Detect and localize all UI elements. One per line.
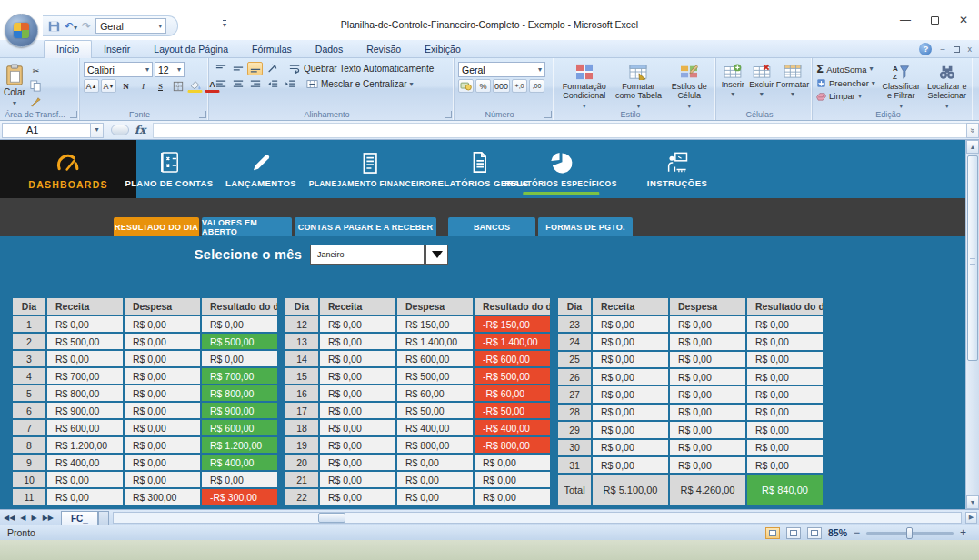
align-middle-button[interactable] (230, 62, 245, 75)
cell-receita[interactable]: R$ 0,00 (320, 403, 395, 418)
cell-despesa[interactable]: R$ 0,00 (670, 422, 745, 437)
cell-resultado[interactable]: R$ 0,00 (475, 472, 550, 487)
horizontal-scrollbar[interactable] (113, 512, 962, 524)
subtab-valores-em-aberto[interactable]: VALORES EM ABERTO (202, 217, 292, 236)
cell-dia[interactable]: 27 (558, 386, 591, 402)
name-box-dropdown-icon[interactable]: ▾ (91, 123, 104, 138)
cell-resultado[interactable]: R$ 1.200,00 (202, 437, 277, 453)
cell-receita[interactable]: R$ 0,00 (593, 386, 668, 402)
cell-dia[interactable]: 24 (558, 334, 591, 349)
page-break-view-button[interactable] (807, 527, 822, 539)
cell-resultado[interactable]: -R$ 800,00 (475, 437, 550, 453)
zoom-slider-thumb[interactable] (906, 527, 913, 539)
subtab-bancos[interactable]: BANCOS (448, 217, 535, 236)
ribbon-tab-início[interactable]: Início (44, 40, 92, 58)
cell-resultado[interactable]: R$ 0,00 (202, 472, 277, 487)
cell-receita[interactable]: R$ 0,00 (593, 316, 668, 332)
subtab-contas-a-pagar-e-a-receber[interactable]: CONTAS A PAGAR E A RECEBER (295, 217, 436, 236)
cell-despesa[interactable]: R$ 0,00 (397, 455, 473, 470)
subtab-resultado-do-dia[interactable]: RESULTADO DO DIA (114, 217, 199, 236)
maximize-button[interactable] (931, 16, 939, 25)
cell-receita[interactable]: R$ 900,00 (47, 403, 123, 418)
cell-dia[interactable]: 4 (13, 368, 45, 384)
cell-receita[interactable]: R$ 0,00 (593, 440, 668, 455)
cell-dia[interactable]: 18 (285, 420, 318, 435)
cell-despesa[interactable]: R$ 50,00 (397, 403, 473, 418)
cell-receita[interactable]: R$ 0,00 (320, 437, 395, 453)
cell-receita[interactable]: R$ 0,00 (320, 489, 395, 505)
cell-receita[interactable]: R$ 5.100,00 (593, 475, 668, 505)
dialog-launcher-icon[interactable] (445, 111, 452, 118)
cell-despesa[interactable]: R$ 0,00 (670, 405, 745, 420)
cell-resultado[interactable]: -R$ 1.400,00 (475, 334, 550, 349)
cell-receita[interactable]: R$ 0,00 (320, 351, 395, 366)
cell-dia[interactable]: 7 (13, 420, 45, 435)
cell-dia[interactable]: 26 (558, 369, 591, 385)
cell-despesa[interactable]: R$ 0,00 (125, 437, 200, 453)
cell-resultado[interactable]: R$ 900,00 (202, 403, 277, 418)
bold-button[interactable]: N (118, 79, 134, 93)
page-layout-view-button[interactable] (786, 527, 801, 539)
cell-despesa[interactable]: R$ 1.400,00 (397, 334, 473, 349)
font-size-dropdown[interactable]: 12▾ (155, 62, 185, 77)
cell-despesa[interactable]: R$ 0,00 (670, 457, 745, 473)
cell-dia[interactable]: 23 (558, 316, 591, 332)
zoom-out-icon[interactable]: − (854, 527, 860, 538)
dialog-launcher-icon[interactable] (70, 111, 77, 118)
workbook-minimize-button[interactable]: – (940, 45, 944, 54)
cell-receita[interactable]: R$ 0,00 (320, 472, 395, 487)
zoom-slider[interactable] (866, 532, 954, 535)
cell-dia[interactable]: 13 (285, 334, 318, 349)
copy-button[interactable] (28, 79, 44, 93)
font-name-dropdown[interactable]: Calibri▾ (84, 62, 153, 77)
cell-resultado[interactable]: -R$ 60,00 (475, 385, 550, 401)
cell-resultado[interactable]: R$ 600,00 (202, 420, 277, 435)
cell-resultado[interactable]: -R$ 50,00 (475, 403, 550, 418)
cell-receita[interactable]: R$ 600,00 (47, 420, 123, 435)
cell-despesa[interactable]: R$ 0,00 (670, 316, 745, 332)
dialog-launcher-icon[interactable] (544, 111, 552, 118)
number-format-dropdown[interactable]: Geral▾ (458, 62, 545, 77)
cell-despesa[interactable]: R$ 0,00 (670, 369, 745, 385)
ribbon-tab-dados[interactable]: Dados (304, 41, 355, 57)
cell-dia[interactable]: 16 (285, 385, 318, 401)
conditional-formatting-button[interactable]: Formatação Condicional▾ (558, 62, 611, 108)
cell-dia[interactable]: 31 (558, 457, 591, 473)
next-sheet-icon[interactable]: ▶ (31, 514, 36, 522)
formula-input[interactable] (153, 123, 966, 138)
cell-despesa[interactable]: R$ 0,00 (125, 316, 200, 332)
nav-item-instruções[interactable]: INSTRUÇÕES (642, 140, 713, 198)
cell-dia[interactable]: 14 (285, 351, 318, 366)
help-icon[interactable]: ? (919, 43, 932, 55)
cell-despesa[interactable]: R$ 0,00 (125, 403, 200, 418)
cell-receita[interactable]: R$ 0,00 (320, 385, 395, 401)
delete-cells-button[interactable]: Excluir▾ (749, 62, 775, 108)
workbook-close-button[interactable]: x (968, 45, 973, 54)
cell-receita[interactable]: R$ 700,00 (47, 368, 123, 384)
cell-despesa[interactable]: R$ 0,00 (670, 334, 745, 349)
cell-receita[interactable]: R$ 0,00 (320, 334, 395, 349)
orientation-button[interactable] (265, 62, 280, 75)
align-bottom-button[interactable] (247, 62, 263, 75)
ribbon-tab-revisão[interactable]: Revisão (355, 41, 413, 57)
minimize-button[interactable]: — (900, 15, 911, 25)
close-button[interactable]: ✕ (959, 15, 968, 25)
format-painter-button[interactable] (28, 95, 44, 108)
dialog-launcher-icon[interactable] (199, 111, 206, 118)
subtab-formas-de-pgto-[interactable]: FORMAS DE PGTO. (538, 217, 633, 236)
ribbon-tab-inserir[interactable]: Inserir (92, 41, 142, 57)
cell-dia[interactable]: 17 (285, 403, 318, 418)
cell-dia[interactable]: 3 (13, 351, 45, 366)
insert-function-pill[interactable] (111, 125, 129, 135)
cell-dia[interactable]: 30 (558, 440, 591, 455)
cell-dia[interactable]: 15 (285, 368, 318, 384)
align-left-button[interactable] (213, 77, 228, 91)
cell-resultado[interactable]: -R$ 400,00 (475, 420, 550, 435)
cell-despesa[interactable]: R$ 300,00 (125, 489, 200, 505)
cell-dia[interactable]: 28 (558, 405, 591, 420)
cell-receita[interactable]: R$ 0,00 (320, 420, 395, 435)
sort-filter-button[interactable]: AZ Classificar e Filtrar▾ (880, 62, 923, 108)
cell-dia[interactable]: 21 (285, 472, 318, 487)
clear-button[interactable]: Limpar▾ (816, 91, 877, 101)
fx-icon[interactable]: fx (135, 124, 145, 136)
